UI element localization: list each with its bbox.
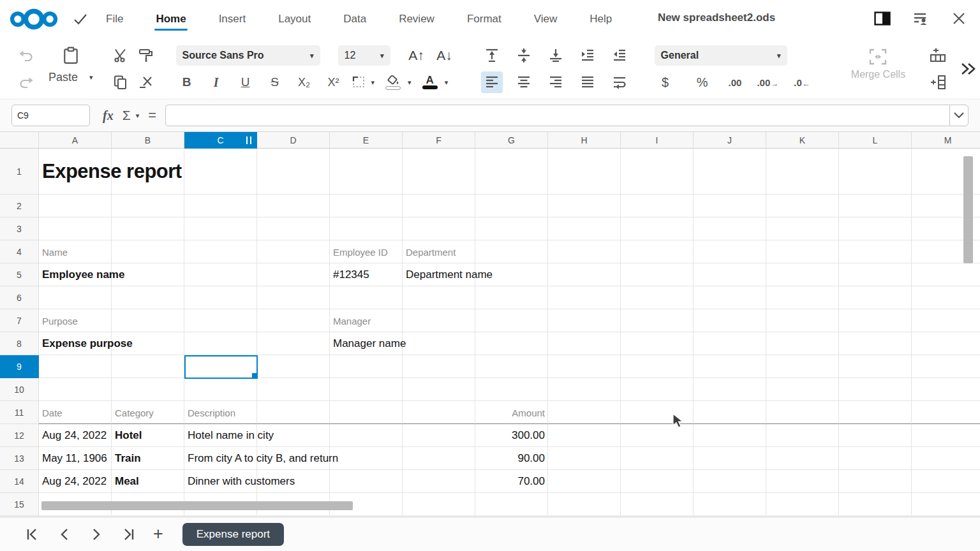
- col-header-H[interactable]: H: [548, 132, 621, 149]
- cell-I14[interactable]: [621, 470, 694, 493]
- cell-reference-box[interactable]: C9: [11, 105, 90, 126]
- cell-K15[interactable]: [766, 493, 839, 516]
- borders-button[interactable]: ▾: [352, 71, 375, 93]
- cell-F3[interactable]: [403, 217, 475, 240]
- cell-I11[interactable]: [621, 401, 694, 424]
- cell-L10[interactable]: [839, 378, 912, 401]
- cell-C12[interactable]: Hotel name in city: [184, 424, 257, 447]
- toggle-sidebar-button[interactable]: [873, 9, 892, 28]
- col-header-L[interactable]: L: [839, 132, 912, 149]
- cell-C11[interactable]: Description: [184, 401, 257, 424]
- cell-C13[interactable]: From city A to city B, and return: [184, 447, 257, 470]
- cell-G5[interactable]: [475, 263, 548, 286]
- expand-formula-bar-button[interactable]: [949, 105, 969, 126]
- cell-F14[interactable]: [403, 470, 475, 493]
- strikethrough-button[interactable]: S: [264, 71, 286, 93]
- menu-format[interactable]: Format: [466, 9, 503, 29]
- cell-M11[interactable]: [912, 401, 980, 424]
- cell-G15[interactable]: [475, 493, 548, 516]
- cell-K8[interactable]: [766, 332, 839, 355]
- vertical-scrollbar[interactable]: [963, 156, 973, 263]
- cell-J8[interactable]: [694, 332, 766, 355]
- cell-D14[interactable]: [257, 470, 330, 493]
- align-top-button[interactable]: [481, 45, 503, 66]
- cell-M14[interactable]: [912, 470, 980, 493]
- cell-J7[interactable]: [694, 309, 766, 332]
- bold-button[interactable]: B: [176, 71, 198, 93]
- center-vertically-button[interactable]: [513, 45, 535, 66]
- cell-F12[interactable]: [403, 424, 475, 447]
- cell-D1[interactable]: [257, 149, 330, 195]
- cell-A9[interactable]: [39, 355, 112, 378]
- cell-F10[interactable]: [403, 378, 475, 401]
- cell-D11[interactable]: [257, 401, 330, 424]
- col-header-K[interactable]: K: [766, 132, 839, 149]
- menu-layout[interactable]: Layout: [277, 9, 312, 29]
- column-resize-handle[interactable]: [246, 136, 251, 144]
- cell-L14[interactable]: [839, 470, 912, 493]
- cell-L5[interactable]: [839, 263, 912, 286]
- cell-E1[interactable]: [330, 149, 403, 195]
- cell-K5[interactable]: [766, 263, 839, 286]
- cell-A6[interactable]: [39, 286, 112, 309]
- cell-E10[interactable]: [330, 378, 403, 401]
- redo-button[interactable]: [15, 71, 37, 93]
- cell-I13[interactable]: [621, 447, 694, 470]
- cell-B1[interactable]: [112, 149, 184, 195]
- cell-D9[interactable]: [257, 355, 330, 378]
- cell-E3[interactable]: [330, 217, 403, 240]
- cell-A11[interactable]: Date: [39, 401, 112, 424]
- cell-G13[interactable]: 90.00: [475, 447, 548, 470]
- font-name-select[interactable]: Source Sans Pro ▾: [176, 45, 320, 66]
- cell-G3[interactable]: [475, 217, 548, 240]
- cell-E5[interactable]: #12345: [330, 263, 403, 286]
- row-header-1[interactable]: 1: [0, 149, 39, 195]
- cell-C3[interactable]: [184, 217, 257, 240]
- cell-E2[interactable]: [330, 195, 403, 217]
- cell-I10[interactable]: [621, 378, 694, 401]
- cell-M15[interactable]: [912, 493, 980, 516]
- cell-C4[interactable]: [184, 240, 257, 263]
- cell-H12[interactable]: [548, 424, 621, 447]
- cell-K7[interactable]: [766, 309, 839, 332]
- superscript-button[interactable]: X²: [323, 71, 345, 93]
- paste-button[interactable]: Paste ▾: [48, 42, 93, 88]
- cell-C10[interactable]: [184, 378, 257, 401]
- cell-F1[interactable]: [403, 149, 475, 195]
- row-header-3[interactable]: 3: [0, 217, 39, 240]
- cell-E14[interactable]: [330, 470, 403, 493]
- select-all-corner[interactable]: [0, 132, 39, 149]
- user-list-button[interactable]: [911, 9, 930, 28]
- cell-M8[interactable]: [912, 332, 980, 355]
- cell-L8[interactable]: [839, 332, 912, 355]
- subscript-button[interactable]: X₂: [293, 71, 315, 93]
- row-header-8[interactable]: 8: [0, 332, 39, 355]
- cell-A10[interactable]: [39, 378, 112, 401]
- cell-J4[interactable]: [694, 240, 766, 263]
- cell-B4[interactable]: [112, 240, 184, 263]
- increase-indent-button[interactable]: [577, 45, 598, 66]
- menu-help[interactable]: Help: [588, 9, 613, 29]
- cell-H11[interactable]: [548, 401, 621, 424]
- cell-J13[interactable]: [694, 447, 766, 470]
- cell-L4[interactable]: [839, 240, 912, 263]
- cell-A2[interactable]: [39, 195, 112, 217]
- cell-B7[interactable]: [112, 309, 184, 332]
- cell-L6[interactable]: [839, 286, 912, 309]
- next-sheet-button[interactable]: [88, 526, 105, 543]
- toolbar-overflow-button[interactable]: [958, 58, 979, 80]
- cell-M13[interactable]: [912, 447, 980, 470]
- cell-H4[interactable]: [548, 240, 621, 263]
- col-header-I[interactable]: I: [621, 132, 694, 149]
- menu-review[interactable]: Review: [397, 9, 436, 29]
- col-header-J[interactable]: J: [694, 132, 766, 149]
- cell-L9[interactable]: [839, 355, 912, 378]
- cell-I5[interactable]: [621, 263, 694, 286]
- cell-B6[interactable]: [112, 286, 184, 309]
- cell-D7[interactable]: [257, 309, 330, 332]
- cell-D8[interactable]: [257, 332, 330, 355]
- cell-B10[interactable]: [112, 378, 184, 401]
- merge-cells-button[interactable]: Merge Cells: [851, 48, 905, 80]
- sum-button[interactable]: Σ ▾: [122, 108, 140, 123]
- cell-H15[interactable]: [548, 493, 621, 516]
